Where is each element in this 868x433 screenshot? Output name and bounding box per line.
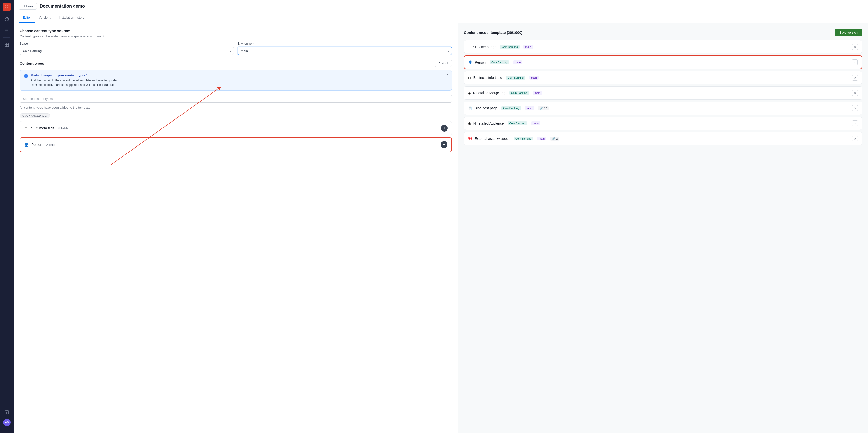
sidebar: AS — [0, 0, 14, 433]
environment-select-wrapper: main — [238, 47, 452, 55]
tab-installation-history[interactable]: Installation history — [55, 13, 88, 23]
content-type-item-seo[interactable]: ⠿ SEO meta tags 8 fields + — [20, 121, 452, 135]
template-item-left-audience: ◉ Ninetailed Audience Coin Banking main — [468, 121, 540, 125]
sidebar-item-grid[interactable] — [2, 40, 11, 49]
template-item-blog: 📄 Blog post page Coin Banking main 🔗 12 … — [464, 102, 862, 115]
sidebar-item-panel[interactable] — [2, 408, 11, 417]
ct-add-button-person[interactable]: + — [441, 141, 447, 148]
template-tag-env-person: main — [513, 60, 523, 64]
library-button[interactable]: ‹ Library — [19, 3, 37, 9]
space-group: Space Coin Banking — [20, 42, 234, 55]
info-banner-desc2: Renamed field ID's are not supported and… — [31, 83, 448, 87]
ct-icon-seo: ⠿ — [24, 126, 29, 131]
svg-rect-14 — [5, 411, 8, 414]
template-tag-env-external-asset: main — [537, 137, 546, 141]
template-tag-space-business: Coin Banking — [506, 76, 525, 80]
template-tag-space-merge-tag: Coin Banking — [509, 91, 529, 95]
template-name-audience: Ninetailed Audience — [473, 121, 504, 125]
info-icon: i — [24, 74, 28, 78]
template-remove-seo[interactable]: × — [852, 44, 858, 50]
tab-editor[interactable]: Editor — [19, 13, 35, 23]
main-container: ‹ Library Documentation demo Editor Vers… — [14, 0, 868, 433]
right-panel-title: Content model template (20/1000) — [464, 30, 523, 35]
template-remove-audience[interactable]: × — [852, 120, 858, 126]
info-banner-title: Made changes to your content types? — [31, 74, 448, 77]
info-banner: i Made changes to your content types? Ad… — [20, 70, 452, 91]
sidebar-item-cube[interactable] — [2, 15, 11, 24]
banner-close-button[interactable]: × — [446, 73, 448, 77]
choose-source-title: Choose content type source: — [20, 29, 452, 33]
template-name-merge-tag: Ninetailed Merge Tag — [473, 91, 505, 95]
svg-point-6 — [8, 29, 8, 30]
ct-item-left-seo: ⠿ SEO meta tags 8 fields — [24, 126, 68, 131]
template-icon-merge-tag: ◈ — [468, 91, 471, 95]
content-area: Choose content type source: Content type… — [14, 23, 868, 433]
template-remove-external-asset[interactable]: × — [852, 136, 858, 142]
right-panel-header: Content model template (20/1000) Save ve… — [464, 29, 862, 36]
template-icon-audience: ◉ — [468, 121, 471, 125]
template-remove-blog[interactable]: × — [852, 105, 858, 111]
svg-point-2 — [5, 7, 6, 8]
sidebar-item-dots[interactable] — [2, 26, 11, 34]
template-item-left-business: ⊟ Business info topic Coin Banking main — [468, 76, 539, 80]
tab-versions[interactable]: Versions — [35, 13, 55, 23]
template-item-audience: ◉ Ninetailed Audience Coin Banking main … — [464, 117, 862, 130]
ct-name-person: Person — [31, 143, 42, 147]
space-select[interactable]: Coin Banking — [20, 47, 234, 55]
template-item-left-external-asset: 🎀 External asset wrapper Coin Banking ma… — [468, 137, 559, 141]
template-tag-space-seo: Coin Banking — [500, 45, 520, 49]
add-all-button[interactable]: Add all — [435, 60, 452, 67]
right-panel: Content model template (20/1000) Save ve… — [458, 23, 868, 433]
svg-rect-13 — [7, 45, 8, 47]
template-tag-space-blog: Coin Banking — [501, 106, 521, 110]
ct-fields-person: 2 fields — [46, 143, 56, 147]
template-remove-merge-tag[interactable]: × — [852, 90, 858, 96]
sidebar-logo[interactable] — [3, 3, 11, 11]
topbar: ‹ Library Documentation demo — [14, 0, 868, 13]
template-tag-link-blog: 🔗 12 — [538, 106, 549, 110]
avatar[interactable]: AS — [3, 419, 10, 426]
ct-add-button-seo[interactable]: + — [441, 125, 448, 132]
all-added-text: All content types have been added to the… — [20, 106, 452, 109]
svg-point-4 — [6, 29, 6, 30]
svg-point-7 — [6, 30, 6, 31]
svg-rect-12 — [5, 45, 7, 47]
svg-rect-11 — [7, 43, 8, 45]
page-title: Documentation demo — [40, 4, 85, 9]
svg-point-9 — [8, 30, 8, 31]
template-item-person: 👤 Person Coin Banking main × — [464, 55, 862, 69]
environment-select[interactable]: main — [238, 47, 452, 55]
template-tag-env-blog: main — [525, 106, 534, 110]
environment-label: Environment — [238, 42, 452, 46]
form-row: Space Coin Banking Environment main — [20, 42, 452, 55]
template-item-left-merge-tag: ◈ Ninetailed Merge Tag Coin Banking main — [468, 91, 542, 95]
space-label: Space — [20, 42, 234, 46]
template-name-person: Person — [475, 60, 486, 64]
info-banner-header: i Made changes to your content types? Ad… — [24, 74, 448, 87]
template-icon-seo: ⠿ — [468, 45, 470, 49]
ct-name-seo: SEO meta tags — [31, 126, 54, 130]
content-type-item-person[interactable]: 👤 Person 2 fields + — [20, 137, 452, 152]
template-remove-person[interactable]: × — [852, 59, 858, 65]
template-name-external-asset: External asset wrapper — [475, 137, 510, 141]
info-banner-desc1: Add them again to the content model temp… — [31, 78, 448, 83]
svg-point-0 — [5, 5, 6, 6]
template-tag-space-external-asset: Coin Banking — [514, 137, 533, 141]
ct-item-left-person: 👤 Person 2 fields — [24, 142, 56, 147]
svg-point-1 — [7, 5, 8, 6]
template-tag-space-audience: Coin Banking — [507, 121, 527, 125]
template-icon-external-asset: 🎀 — [468, 137, 472, 141]
ct-icon-person: 👤 — [24, 142, 29, 147]
search-input[interactable] — [20, 95, 452, 103]
template-tag-env-seo: main — [523, 45, 533, 49]
template-remove-business[interactable]: × — [852, 75, 858, 81]
template-tag-link-external-asset: 🔗 2 — [550, 137, 559, 141]
template-icon-business: ⊟ — [468, 76, 471, 80]
template-name-business: Business info topic — [473, 76, 502, 80]
template-item-left-blog: 📄 Blog post page Coin Banking main 🔗 12 — [468, 106, 549, 110]
template-tag-env-audience: main — [531, 121, 540, 125]
environment-group: Environment main — [238, 42, 452, 55]
left-panel: Choose content type source: Content type… — [14, 23, 458, 433]
save-version-button[interactable]: Save version — [835, 29, 862, 36]
link-icon-external-asset: 🔗 — [552, 137, 555, 140]
